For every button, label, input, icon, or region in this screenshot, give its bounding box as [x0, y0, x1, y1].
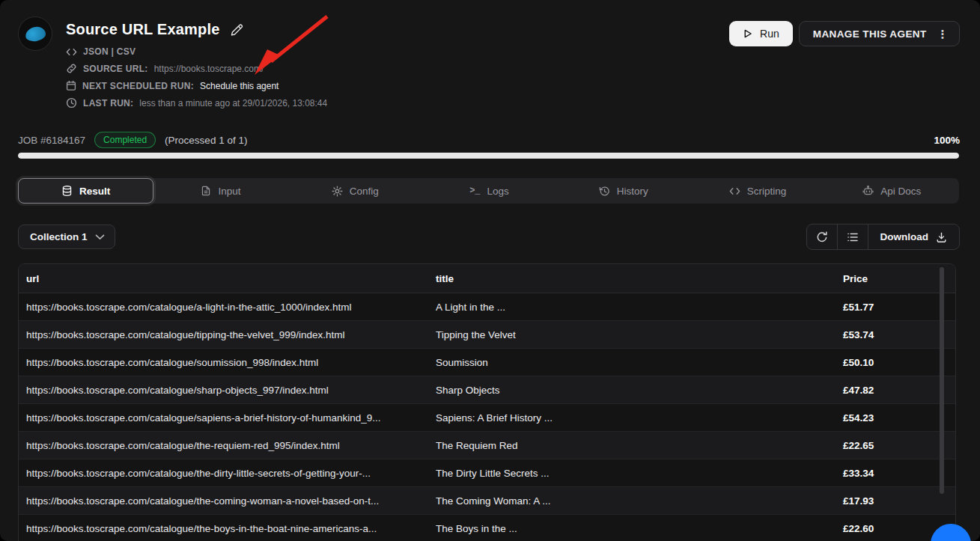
- table-row[interactable]: https://books.toscrape.com/catalogue/tip…: [19, 321, 955, 349]
- play-icon: [743, 28, 752, 39]
- history-icon: [599, 186, 610, 197]
- chevron-down-icon: [95, 234, 105, 240]
- cell-url[interactable]: https://books.toscrape.com/catalogue/the…: [19, 523, 428, 534]
- code-icon: [729, 186, 740, 196]
- last-run-label: LAST RUN:: [83, 98, 133, 108]
- cell-url[interactable]: https://books.toscrape.com/catalogue/tip…: [19, 329, 428, 340]
- collection-dropdown[interactable]: Collection 1: [18, 224, 115, 249]
- cell-title: The Boys in the ...: [428, 523, 836, 534]
- tab-scripting-label: Scripting: [747, 186, 787, 197]
- table-row[interactable]: https://books.toscrape.com/catalogue/the…: [19, 515, 955, 541]
- processed-count: (Processed 1 of 1): [165, 135, 247, 146]
- tab-logs-label: Logs: [487, 186, 509, 197]
- download-button[interactable]: Download: [868, 224, 960, 249]
- cell-title: The Requiem Red: [428, 440, 836, 451]
- table-header: url title Price: [19, 264, 955, 293]
- table-row[interactable]: https://books.toscrape.com/catalogue/sou…: [19, 349, 955, 376]
- cell-price: £50.10: [836, 357, 955, 368]
- table-row[interactable]: https://books.toscrape.com/catalogue/the…: [19, 487, 955, 515]
- next-run-row: NEXT SCHEDULED RUN: Schedule this agent: [66, 80, 327, 91]
- tab-result[interactable]: Result: [18, 178, 153, 204]
- calendar-icon: [66, 80, 76, 91]
- manage-agent-label: MANAGE THIS AGENT: [813, 28, 927, 40]
- tab-api-docs-label: Api Docs: [880, 186, 921, 197]
- cell-price: £53.74: [836, 329, 955, 340]
- progress-bar-fill: [18, 153, 959, 159]
- list-icon: [847, 232, 859, 242]
- download-button-label: Download: [880, 231, 929, 242]
- status-badge: Completed: [94, 132, 156, 148]
- tab-bar: Result Input Config >_ Logs: [18, 178, 959, 204]
- table-scrollbar[interactable]: [940, 267, 944, 494]
- cell-url[interactable]: https://books.toscrape.com/catalogue/sap…: [19, 412, 428, 424]
- cell-price: £22.65: [836, 440, 955, 451]
- tab-logs[interactable]: >_ Logs: [422, 178, 556, 204]
- progress-percent: 100%: [934, 135, 960, 146]
- cell-price: £47.82: [836, 385, 955, 396]
- next-run-label: NEXT SCHEDULED RUN:: [82, 81, 194, 91]
- collection-dropdown-label: Collection 1: [30, 231, 88, 242]
- tab-config-label: Config: [350, 186, 379, 197]
- gear-icon: [332, 186, 343, 197]
- cell-title: The Coming Woman: A ...: [428, 495, 836, 507]
- edit-pencil-icon[interactable]: [231, 23, 243, 36]
- agent-avatar: [18, 16, 52, 51]
- agent-logo-icon: [25, 25, 46, 43]
- cell-title: Soumission: [428, 357, 836, 368]
- cell-url[interactable]: https://books.toscrape.com/catalogue/the…: [19, 468, 428, 479]
- tab-config[interactable]: Config: [288, 178, 422, 204]
- table-row[interactable]: https://books.toscrape.com/catalogue/the…: [19, 432, 955, 459]
- cell-title: A Light in the ...: [428, 302, 836, 313]
- tab-input[interactable]: Input: [153, 178, 287, 204]
- cell-title: The Dirty Little Secrets ...: [428, 468, 836, 479]
- table-actions-group: Download: [806, 224, 961, 250]
- run-button-label: Run: [760, 28, 779, 40]
- column-header-price[interactable]: Price: [836, 273, 955, 284]
- list-view-button[interactable]: [837, 224, 868, 249]
- cell-url[interactable]: https://books.toscrape.com/catalogue/sou…: [19, 357, 428, 368]
- agent-page: Source URL Example JSON | CSV SOURCE: [0, 0, 980, 541]
- clock-icon: [66, 97, 77, 108]
- run-button[interactable]: Run: [729, 21, 793, 46]
- tab-history-label: History: [617, 186, 648, 197]
- cell-url[interactable]: https://books.toscrape.com/catalogue/a-l…: [19, 302, 428, 313]
- manage-agent-button[interactable]: MANAGE THIS AGENT ⋮: [799, 21, 960, 46]
- source-url-row: SOURCE URL: https://books.toscrape.com/: [66, 63, 327, 74]
- tab-history[interactable]: History: [556, 178, 690, 204]
- download-icon: [936, 231, 947, 243]
- table-row[interactable]: https://books.toscrape.com/catalogue/the…: [19, 459, 955, 487]
- table-row[interactable]: https://books.toscrape.com/catalogue/sha…: [19, 376, 955, 404]
- formats-label: JSON | CSV: [83, 46, 136, 57]
- last-run-row: LAST RUN: less than a minute ago at 29/0…: [66, 97, 327, 108]
- refresh-button[interactable]: [807, 224, 837, 249]
- table-body: https://books.toscrape.com/catalogue/a-l…: [19, 293, 955, 541]
- code-icon: [66, 47, 77, 57]
- link-icon: [66, 63, 77, 74]
- cell-url[interactable]: https://books.toscrape.com/catalogue/the…: [19, 495, 428, 507]
- cell-price: £33.34: [836, 468, 955, 479]
- tab-api-docs[interactable]: Api Docs: [825, 178, 959, 204]
- source-url-value[interactable]: https://books.toscrape.com/: [154, 64, 264, 74]
- formats-row: JSON | CSV: [66, 46, 327, 57]
- table-row[interactable]: https://books.toscrape.com/catalogue/a-l…: [19, 293, 955, 321]
- page-title: Source URL Example: [66, 21, 220, 38]
- last-run-value: less than a minute ago at 29/01/2026, 13…: [139, 98, 327, 108]
- refresh-icon: [816, 231, 828, 243]
- source-url-label: SOURCE URL:: [83, 64, 148, 74]
- results-table: url title Price https://books.toscrape.c…: [18, 263, 956, 541]
- cell-price: £51.77: [836, 302, 955, 313]
- progress-bar: [18, 153, 959, 159]
- cell-price: £17.93: [836, 495, 955, 507]
- column-header-url[interactable]: url: [19, 273, 428, 284]
- terminal-icon: >_: [469, 186, 480, 196]
- next-run-value[interactable]: Schedule this agent: [200, 81, 279, 91]
- tab-scripting[interactable]: Scripting: [690, 178, 824, 204]
- cell-url[interactable]: https://books.toscrape.com/catalogue/sha…: [19, 385, 428, 396]
- robot-icon: [862, 185, 874, 197]
- table-row[interactable]: https://books.toscrape.com/catalogue/sap…: [19, 404, 955, 432]
- cell-url[interactable]: https://books.toscrape.com/catalogue/the…: [19, 440, 428, 451]
- column-header-title[interactable]: title: [428, 273, 836, 284]
- kebab-menu-icon[interactable]: ⋮: [937, 28, 949, 40]
- tab-result-label: Result: [79, 186, 110, 197]
- tab-input-label: Input: [218, 186, 240, 197]
